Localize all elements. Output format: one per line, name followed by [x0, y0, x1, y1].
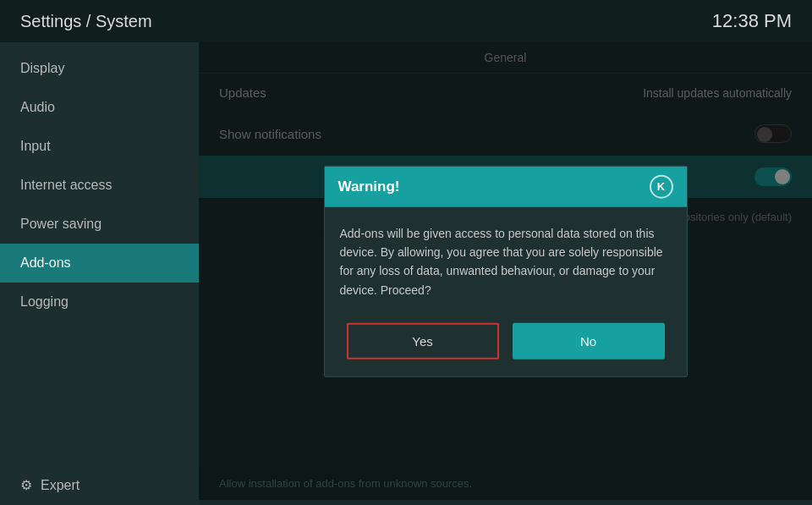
page-title: Settings / System	[20, 12, 152, 31]
dialog-header: Warning! K	[325, 166, 687, 206]
warning-dialog: Warning! K Add-ons will be given access …	[324, 165, 688, 377]
sidebar-item-input[interactable]: Input	[0, 127, 199, 166]
sidebar-item-display[interactable]: Display	[0, 49, 199, 88]
sidebar-item-expert[interactable]: ⚙ Expert	[0, 465, 199, 505]
dialog-footer: Yes No	[325, 313, 687, 376]
yes-button[interactable]: Yes	[347, 323, 499, 360]
sidebar-item-add-ons[interactable]: Add-ons	[0, 244, 199, 283]
settings-panel: General Updates Install updates automati…	[199, 42, 812, 500]
sidebar-item-internet-access[interactable]: Internet access	[0, 166, 199, 205]
sidebar-item-audio[interactable]: Audio	[0, 88, 199, 127]
no-button[interactable]: No	[513, 323, 665, 360]
sidebar: Display Audio Input Internet access Powe…	[0, 42, 199, 500]
clock: 12:38 PM	[712, 10, 792, 32]
gear-icon: ⚙	[20, 477, 32, 493]
dialog-body: Add-ons will be given access to personal…	[325, 206, 687, 313]
sidebar-item-logging[interactable]: Logging	[0, 283, 199, 321]
sidebar-item-power-saving[interactable]: Power saving	[0, 205, 199, 244]
dialog-title: Warning!	[338, 178, 400, 195]
kodi-icon: K	[650, 174, 673, 198]
main-layout: Display Audio Input Internet access Powe…	[0, 42, 812, 500]
header: Settings / System 12:38 PM	[0, 0, 812, 42]
